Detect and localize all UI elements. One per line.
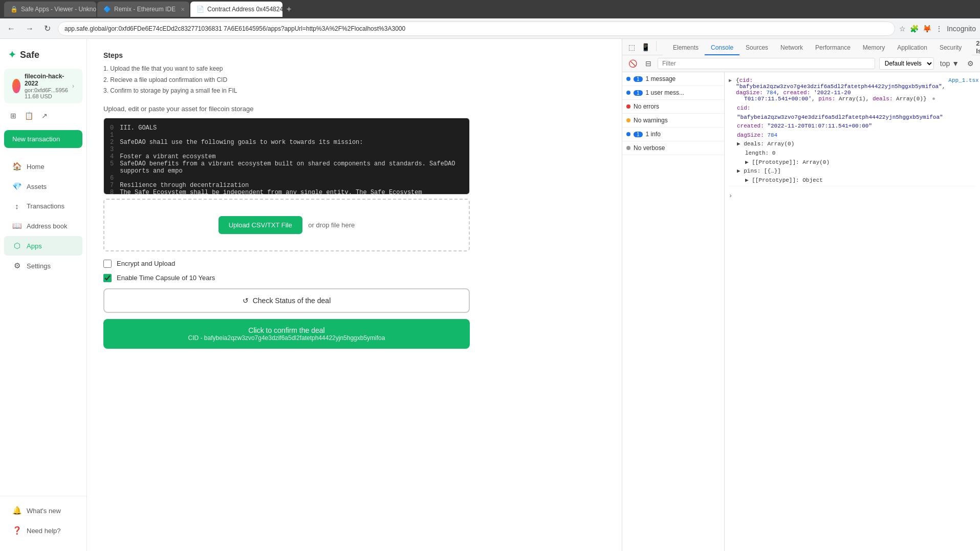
console-filter-input[interactable]	[658, 58, 875, 69]
sidebar-item-whats-new[interactable]: 🔔 What's new	[4, 501, 82, 520]
filter-warnings[interactable]: No warnings	[622, 114, 724, 128]
logo-icon: ✦	[8, 49, 16, 60]
pins-label: pins: [{…}]	[744, 168, 781, 174]
separator	[656, 41, 657, 51]
external-link-icon[interactable]: ↗	[39, 110, 50, 122]
settings-icon: ⚙	[12, 261, 21, 270]
tab-label: Safe Apps - Viewer - Unknown A...	[21, 6, 96, 13]
devtools-tab-performance[interactable]: Performance	[809, 41, 857, 55]
drop-text: or drop file here	[308, 221, 355, 229]
devtools-tab-security[interactable]: Security	[933, 41, 968, 55]
browser-chrome: 🔒 Safe Apps - Viewer - Unknown A... ✕ 🔷 …	[0, 0, 980, 18]
tab-favicon: 🔒	[10, 6, 18, 13]
devtools-header-right: 29 Issues 5 3 ✕	[972, 39, 980, 55]
devtools-tab-application[interactable]: Application	[891, 41, 933, 55]
console-text: ▶ {cid: "bafybeia2qzw3zvo7g4e3dzif6a5dl2…	[729, 77, 945, 185]
settings-label: Settings	[27, 262, 51, 270]
home-label: Home	[27, 163, 45, 171]
account-widget[interactable]: filecoin-hack-2022 gor:0xfd6F...5956 11.…	[4, 69, 82, 103]
sidebar-item-apps[interactable]: ⬡ Apps	[4, 236, 82, 256]
extension-icon[interactable]: 🧩	[910, 25, 919, 33]
sidebar-item-transactions[interactable]: ↕ Transactions	[4, 197, 82, 216]
forward-button[interactable]: →	[23, 22, 37, 35]
json-dagsize-row: dagSize: 784	[737, 131, 945, 140]
pins-proto-expand-icon[interactable]: ▶	[745, 177, 752, 183]
sidebar-item-home[interactable]: 🏠 Home	[4, 157, 82, 176]
check-status-button[interactable]: ↺ Check Status of the deal	[103, 288, 470, 313]
devtools-tab-sources[interactable]: Sources	[739, 41, 774, 55]
devtools-panel: ⬚ 📱 Elements Console Sources Network Per…	[622, 39, 980, 551]
back-button[interactable]: ←	[4, 22, 18, 35]
tab-remix[interactable]: 🔷 Remix - Ethereum IDE ✕	[97, 2, 189, 17]
incognito-label: Incognito	[947, 25, 976, 33]
address-book-icon: 📖	[12, 221, 21, 230]
filter-user-messages[interactable]: 1 1 user mess...	[622, 86, 724, 100]
deals-expand-icon[interactable]: ▶	[737, 141, 744, 147]
message-label: 1 message	[646, 75, 676, 82]
code-line-1: 1	[110, 132, 463, 139]
encrypt-checkbox[interactable]	[103, 260, 112, 268]
pins-expand-icon[interactable]: ▶	[737, 168, 744, 174]
json-tree: cid: "bafybeia2qzw3zvo7g4e3dzif6a5dl2fat…	[729, 104, 945, 185]
filter-toggle-button[interactable]: ⊟	[643, 57, 654, 70]
log-level-select[interactable]: Default levels	[879, 57, 934, 70]
devtools-tab-memory[interactable]: Memory	[857, 41, 891, 55]
code-editor[interactable]: 0III. GOALS 1 2SafeDAO shall use the fol…	[103, 118, 470, 195]
no-errors-label: No errors	[634, 103, 659, 110]
avatar	[12, 79, 20, 93]
deals-proto-expand-icon[interactable]: ▶	[745, 159, 752, 165]
json-pins-row: ▶ pins: [{…}]	[737, 167, 945, 176]
encrypt-label: Encrypt and Upload	[117, 260, 175, 267]
device-icon[interactable]: 📱	[639, 41, 652, 53]
home-icon: 🏠	[12, 162, 21, 171]
filter-verbose[interactable]: No verbose	[622, 141, 724, 155]
inspect-icon[interactable]: ⬚	[626, 41, 637, 53]
sidebar-item-address-book[interactable]: 📖 Address book	[4, 216, 82, 236]
filter-info[interactable]: 1 1 info	[622, 128, 724, 141]
tab-close-remix[interactable]: ✕	[181, 7, 185, 12]
account-chevron-icon: ›	[72, 82, 74, 90]
devtools-tab-network[interactable]: Network	[774, 41, 809, 55]
sidebar-item-need-help[interactable]: ❓ Need help?	[4, 521, 82, 540]
top-context-selector[interactable]: top ▼	[938, 57, 961, 70]
address-bar[interactable]: app.safe.global/gor:0xfd6FDe6E74cEDd2c83…	[58, 22, 895, 36]
copy-icon[interactable]: 📋	[23, 110, 35, 122]
devtools-tab-console[interactable]: Console	[705, 41, 739, 55]
devtools-tools: ⬚ 📱	[622, 41, 663, 53]
sidebar-item-assets[interactable]: 💎 Assets	[4, 177, 82, 196]
grid-icon[interactable]: ⊞	[8, 110, 18, 122]
tab-safe-apps[interactable]: 🔒 Safe Apps - Viewer - Unknown A... ✕	[4, 2, 96, 17]
confirm-deal-button[interactable]: Click to confirm the deal CID - bafybeia…	[103, 319, 470, 349]
refresh-icon: ↺	[243, 296, 249, 305]
address-bar-row: ← → ↻ app.safe.global/gor:0xfd6FDe6E74cE…	[0, 18, 980, 39]
json-deals-length: length: 0	[737, 149, 945, 158]
metamask-icon[interactable]: 🦊	[923, 25, 931, 33]
file-drop-area[interactable]: Upload CSV/TXT File or drop file here	[103, 199, 470, 251]
code-line-4: 4Foster a vibrant ecosystem	[110, 153, 463, 160]
timecapsule-label: Enable Time Capsule of 10 Years	[117, 274, 215, 282]
upload-csv-button[interactable]: Upload CSV/TXT File	[219, 216, 302, 234]
tab-add-button[interactable]: +	[284, 5, 294, 14]
filter-all-messages[interactable]: 1 1 message	[622, 72, 724, 86]
console-prompt-icon: ›	[729, 193, 732, 200]
devtools-toolbar: 🚫 ⊟ Default levels top ▼ ⚙	[622, 55, 980, 72]
console-source-link[interactable]: App_1.tsx:01	[948, 77, 980, 185]
settings-cog-icon[interactable]: ⚙	[965, 57, 976, 70]
tab-contract[interactable]: 📄 Contract Address 0x454824fde8... ✕	[190, 2, 282, 17]
top-context-label: top	[940, 59, 950, 68]
tab-bar: 🔒 Safe Apps - Viewer - Unknown A... ✕ 🔷 …	[4, 0, 294, 18]
more-icon[interactable]: ⋮	[935, 25, 943, 33]
expand-icon: ▶	[729, 77, 732, 83]
info-count: 1	[634, 132, 643, 137]
clear-console-button[interactable]: 🚫	[626, 57, 639, 70]
sidebar-nav: 🏠 Home 💎 Assets ↕ Transactions 📖 Address…	[0, 152, 86, 496]
sidebar-item-settings[interactable]: ⚙ Settings	[4, 256, 82, 276]
bookmark-icon[interactable]: ☆	[899, 25, 906, 33]
filter-errors[interactable]: No errors	[622, 100, 724, 114]
json-created-row: created: "2022-11-20T01:07:11.541+00:00"	[737, 122, 945, 131]
new-transaction-button[interactable]: New transaction	[4, 130, 82, 148]
devtools-tab-elements[interactable]: Elements	[667, 41, 705, 55]
timecapsule-checkbox[interactable]	[103, 274, 112, 282]
need-help-label: Need help?	[27, 527, 61, 535]
refresh-button[interactable]: ↻	[41, 22, 54, 35]
